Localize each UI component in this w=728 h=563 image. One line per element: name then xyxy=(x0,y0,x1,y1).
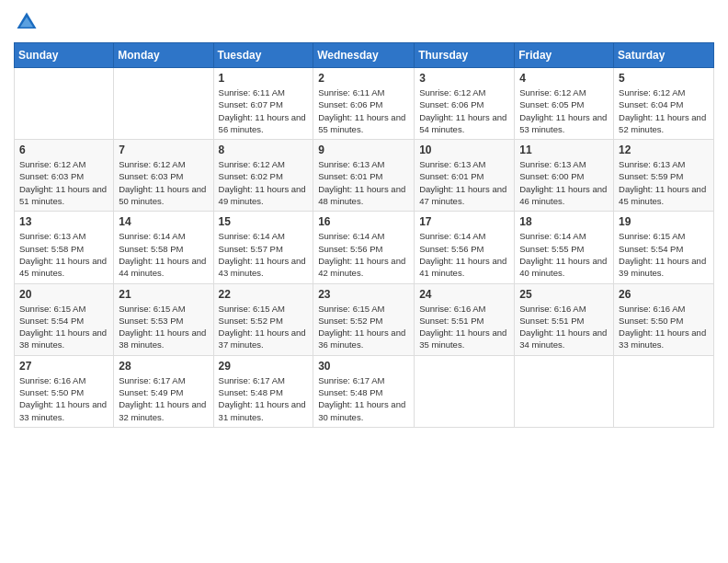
calendar-cell: 11 Sunrise: 6:13 AM Sunset: 6:00 PM Dayl… xyxy=(515,140,614,212)
calendar-cell: 6 Sunrise: 6:12 AM Sunset: 6:03 PM Dayli… xyxy=(15,140,114,212)
day-info: Sunrise: 6:16 AM Sunset: 5:50 PM Dayligh… xyxy=(619,303,709,351)
day-info: Sunrise: 6:13 AM Sunset: 6:00 PM Dayligh… xyxy=(519,158,609,207)
calendar-cell: 25 Sunrise: 6:16 AM Sunset: 5:51 PM Dayl… xyxy=(515,283,614,355)
day-info: Sunrise: 6:11 AM Sunset: 6:06 PM Dayligh… xyxy=(318,86,409,135)
day-info: Sunrise: 6:17 AM Sunset: 5:48 PM Dayligh… xyxy=(318,374,409,423)
page-header xyxy=(14,9,714,35)
day-number: 14 xyxy=(119,215,208,228)
calendar-cell: 27 Sunrise: 6:16 AM Sunset: 5:50 PM Dayl… xyxy=(15,355,114,427)
day-number: 11 xyxy=(519,144,609,156)
calendar-cell: 28 Sunrise: 6:17 AM Sunset: 5:49 PM Dayl… xyxy=(114,355,213,427)
calendar-week-row: 6 Sunrise: 6:12 AM Sunset: 6:03 PM Dayli… xyxy=(15,140,714,212)
weekday-header: Monday xyxy=(114,43,213,68)
logo xyxy=(14,9,43,35)
day-info: Sunrise: 6:15 AM Sunset: 5:53 PM Dayligh… xyxy=(119,303,208,351)
day-number: 30 xyxy=(318,360,409,373)
day-number: 22 xyxy=(219,288,309,301)
day-number: 9 xyxy=(318,144,409,156)
day-info: Sunrise: 6:16 AM Sunset: 5:50 PM Dayligh… xyxy=(19,374,108,423)
day-number: 7 xyxy=(119,144,208,156)
calendar-cell xyxy=(15,68,114,140)
day-info: Sunrise: 6:12 AM Sunset: 6:04 PM Dayligh… xyxy=(619,86,709,135)
day-info: Sunrise: 6:12 AM Sunset: 6:06 PM Dayligh… xyxy=(419,86,509,135)
calendar-cell: 3 Sunrise: 6:12 AM Sunset: 6:06 PM Dayli… xyxy=(415,68,515,140)
day-number: 15 xyxy=(219,215,309,228)
day-number: 26 xyxy=(619,288,709,301)
calendar-week-row: 27 Sunrise: 6:16 AM Sunset: 5:50 PM Dayl… xyxy=(15,355,714,427)
day-info: Sunrise: 6:17 AM Sunset: 5:49 PM Dayligh… xyxy=(119,374,208,423)
day-info: Sunrise: 6:16 AM Sunset: 5:51 PM Dayligh… xyxy=(519,303,609,351)
calendar-cell: 10 Sunrise: 6:13 AM Sunset: 6:01 PM Dayl… xyxy=(415,140,515,212)
day-number: 10 xyxy=(419,144,509,156)
day-info: Sunrise: 6:16 AM Sunset: 5:51 PM Dayligh… xyxy=(419,303,509,351)
calendar-table: SundayMondayTuesdayWednesdayThursdayFrid… xyxy=(14,42,714,428)
calendar-cell xyxy=(614,355,714,427)
calendar-cell: 8 Sunrise: 6:12 AM Sunset: 6:02 PM Dayli… xyxy=(213,140,313,212)
day-info: Sunrise: 6:15 AM Sunset: 5:54 PM Dayligh… xyxy=(619,230,709,279)
day-info: Sunrise: 6:12 AM Sunset: 6:03 PM Dayligh… xyxy=(119,158,208,207)
calendar-cell xyxy=(415,355,515,427)
calendar-cell: 17 Sunrise: 6:14 AM Sunset: 5:56 PM Dayl… xyxy=(415,212,515,283)
day-info: Sunrise: 6:13 AM Sunset: 6:01 PM Dayligh… xyxy=(419,158,509,207)
day-info: Sunrise: 6:11 AM Sunset: 6:07 PM Dayligh… xyxy=(219,86,309,135)
weekday-header: Wednesday xyxy=(313,43,415,68)
weekday-header: Sunday xyxy=(15,43,114,68)
weekday-header: Saturday xyxy=(614,43,714,68)
day-info: Sunrise: 6:15 AM Sunset: 5:52 PM Dayligh… xyxy=(318,303,409,351)
day-number: 13 xyxy=(19,215,108,228)
calendar-cell: 20 Sunrise: 6:15 AM Sunset: 5:54 PM Dayl… xyxy=(15,283,114,355)
day-number: 20 xyxy=(19,288,108,301)
day-number: 1 xyxy=(219,72,309,85)
day-number: 2 xyxy=(318,72,409,85)
calendar-cell: 16 Sunrise: 6:14 AM Sunset: 5:56 PM Dayl… xyxy=(313,212,415,283)
calendar-cell: 9 Sunrise: 6:13 AM Sunset: 6:01 PM Dayli… xyxy=(313,140,415,212)
day-info: Sunrise: 6:14 AM Sunset: 5:56 PM Dayligh… xyxy=(318,230,409,279)
day-number: 28 xyxy=(119,360,208,373)
calendar-cell: 13 Sunrise: 6:13 AM Sunset: 5:58 PM Dayl… xyxy=(15,212,114,283)
calendar-cell: 21 Sunrise: 6:15 AM Sunset: 5:53 PM Dayl… xyxy=(114,283,213,355)
day-number: 5 xyxy=(619,72,709,85)
calendar-cell: 4 Sunrise: 6:12 AM Sunset: 6:05 PM Dayli… xyxy=(515,68,614,140)
day-number: 3 xyxy=(419,72,509,85)
day-info: Sunrise: 6:14 AM Sunset: 5:56 PM Dayligh… xyxy=(419,230,509,279)
day-number: 4 xyxy=(519,72,609,85)
day-number: 8 xyxy=(219,144,309,156)
day-number: 19 xyxy=(619,215,709,228)
day-info: Sunrise: 6:17 AM Sunset: 5:48 PM Dayligh… xyxy=(219,374,309,423)
day-number: 18 xyxy=(519,215,609,228)
weekday-header: Tuesday xyxy=(213,43,313,68)
calendar-cell xyxy=(114,68,213,140)
day-info: Sunrise: 6:14 AM Sunset: 5:58 PM Dayligh… xyxy=(119,230,208,279)
day-number: 29 xyxy=(219,360,309,373)
day-number: 24 xyxy=(419,288,509,301)
calendar-cell: 18 Sunrise: 6:14 AM Sunset: 5:55 PM Dayl… xyxy=(515,212,614,283)
calendar-cell: 12 Sunrise: 6:13 AM Sunset: 5:59 PM Dayl… xyxy=(614,140,714,212)
calendar-cell: 14 Sunrise: 6:14 AM Sunset: 5:58 PM Dayl… xyxy=(114,212,213,283)
calendar-cell: 24 Sunrise: 6:16 AM Sunset: 5:51 PM Dayl… xyxy=(415,283,515,355)
day-number: 25 xyxy=(519,288,609,301)
day-number: 17 xyxy=(419,215,509,228)
day-number: 6 xyxy=(19,144,108,156)
weekday-header: Friday xyxy=(515,43,614,68)
day-info: Sunrise: 6:15 AM Sunset: 5:54 PM Dayligh… xyxy=(19,303,108,351)
calendar-cell: 23 Sunrise: 6:15 AM Sunset: 5:52 PM Dayl… xyxy=(313,283,415,355)
day-info: Sunrise: 6:14 AM Sunset: 5:57 PM Dayligh… xyxy=(219,230,309,279)
calendar-cell: 15 Sunrise: 6:14 AM Sunset: 5:57 PM Dayl… xyxy=(213,212,313,283)
day-info: Sunrise: 6:14 AM Sunset: 5:55 PM Dayligh… xyxy=(519,230,609,279)
calendar-week-row: 13 Sunrise: 6:13 AM Sunset: 5:58 PM Dayl… xyxy=(15,212,714,283)
day-info: Sunrise: 6:13 AM Sunset: 6:01 PM Dayligh… xyxy=(318,158,409,207)
day-info: Sunrise: 6:13 AM Sunset: 5:59 PM Dayligh… xyxy=(619,158,709,207)
day-info: Sunrise: 6:13 AM Sunset: 5:58 PM Dayligh… xyxy=(19,230,108,279)
day-number: 16 xyxy=(318,215,409,228)
calendar-cell: 1 Sunrise: 6:11 AM Sunset: 6:07 PM Dayli… xyxy=(213,68,313,140)
calendar-week-row: 20 Sunrise: 6:15 AM Sunset: 5:54 PM Dayl… xyxy=(15,283,714,355)
calendar-cell: 26 Sunrise: 6:16 AM Sunset: 5:50 PM Dayl… xyxy=(614,283,714,355)
day-number: 27 xyxy=(19,360,108,373)
calendar-cell: 2 Sunrise: 6:11 AM Sunset: 6:06 PM Dayli… xyxy=(313,68,415,140)
calendar-week-row: 1 Sunrise: 6:11 AM Sunset: 6:07 PM Dayli… xyxy=(15,68,714,140)
logo-icon xyxy=(14,9,40,35)
calendar-cell: 7 Sunrise: 6:12 AM Sunset: 6:03 PM Dayli… xyxy=(114,140,213,212)
day-info: Sunrise: 6:12 AM Sunset: 6:05 PM Dayligh… xyxy=(519,86,609,135)
day-info: Sunrise: 6:15 AM Sunset: 5:52 PM Dayligh… xyxy=(219,303,309,351)
day-number: 21 xyxy=(119,288,208,301)
